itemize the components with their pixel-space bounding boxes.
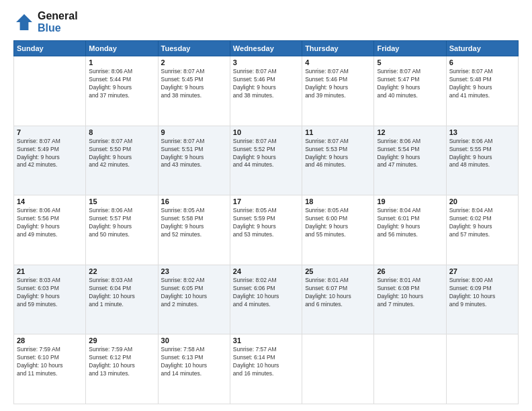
weekday-header-wednesday: Wednesday: [230, 41, 302, 56]
cell-info-text: Sunrise: 8:07 AM Sunset: 5:50 PM Dayligh…: [89, 138, 154, 170]
calendar-cell: [446, 334, 518, 404]
cell-day-number: 29: [89, 336, 154, 345]
cell-day-number: 17: [233, 197, 299, 205]
cell-info-text: Sunrise: 8:06 AM Sunset: 5:57 PM Dayligh…: [89, 207, 154, 239]
calendar-cell: [302, 334, 374, 404]
cell-day-number: 7: [17, 128, 83, 136]
cell-info-text: Sunrise: 7:57 AM Sunset: 6:14 PM Dayligh…: [233, 346, 299, 378]
cell-info-text: Sunrise: 8:01 AM Sunset: 6:08 PM Dayligh…: [377, 277, 443, 309]
cell-info-text: Sunrise: 8:07 AM Sunset: 5:45 PM Dayligh…: [161, 68, 227, 100]
calendar-week-3: 14Sunrise: 8:06 AM Sunset: 5:56 PM Dayli…: [14, 195, 519, 265]
calendar-cell: [374, 334, 446, 404]
cell-day-number: 9: [161, 128, 227, 136]
cell-info-text: Sunrise: 8:04 AM Sunset: 6:02 PM Dayligh…: [449, 207, 515, 239]
calendar-cell: 7Sunrise: 8:07 AM Sunset: 5:49 PM Daylig…: [14, 126, 86, 195]
cell-day-number: 28: [17, 336, 83, 345]
calendar-cell: 15Sunrise: 8:06 AM Sunset: 5:57 PM Dayli…: [86, 195, 158, 265]
calendar-cell: 27Sunrise: 8:00 AM Sunset: 6:09 PM Dayli…: [446, 265, 518, 334]
cell-day-number: 3: [233, 58, 299, 66]
cell-info-text: Sunrise: 8:07 AM Sunset: 5:46 PM Dayligh…: [305, 68, 371, 100]
cell-day-number: 16: [161, 197, 227, 205]
cell-info-text: Sunrise: 8:07 AM Sunset: 5:49 PM Dayligh…: [17, 138, 83, 170]
cell-info-text: Sunrise: 8:07 AM Sunset: 5:46 PM Dayligh…: [233, 68, 299, 100]
calendar-cell: 23Sunrise: 8:02 AM Sunset: 6:05 PM Dayli…: [158, 265, 230, 334]
calendar-cell: 29Sunrise: 7:59 AM Sunset: 6:12 PM Dayli…: [86, 334, 158, 404]
calendar-cell: 3Sunrise: 8:07 AM Sunset: 5:46 PM Daylig…: [230, 56, 302, 126]
cell-info-text: Sunrise: 8:00 AM Sunset: 6:09 PM Dayligh…: [449, 277, 515, 309]
logo-line2: Blue: [38, 22, 78, 34]
calendar-cell: 10Sunrise: 8:07 AM Sunset: 5:52 PM Dayli…: [230, 126, 302, 195]
calendar-cell: 19Sunrise: 8:04 AM Sunset: 6:01 PM Dayli…: [374, 195, 446, 265]
calendar-cell: 28Sunrise: 7:59 AM Sunset: 6:10 PM Dayli…: [14, 334, 86, 404]
cell-day-number: 5: [377, 58, 443, 66]
cell-day-number: 31: [233, 336, 299, 345]
cell-day-number: 13: [449, 128, 515, 136]
cell-day-number: 18: [305, 197, 371, 205]
header: General Blue: [13, 10, 519, 34]
calendar-cell: 30Sunrise: 7:58 AM Sunset: 6:13 PM Dayli…: [158, 334, 230, 404]
cell-day-number: 30: [161, 336, 227, 345]
calendar-cell: [14, 56, 86, 126]
cell-day-number: 22: [89, 267, 154, 275]
calendar-cell: 8Sunrise: 8:07 AM Sunset: 5:50 PM Daylig…: [86, 126, 158, 195]
cell-info-text: Sunrise: 8:07 AM Sunset: 5:52 PM Dayligh…: [233, 138, 299, 170]
cell-info-text: Sunrise: 8:06 AM Sunset: 5:44 PM Dayligh…: [89, 68, 154, 100]
calendar-week-4: 21Sunrise: 8:03 AM Sunset: 6:03 PM Dayli…: [14, 265, 519, 334]
cell-info-text: Sunrise: 8:04 AM Sunset: 6:01 PM Dayligh…: [377, 207, 443, 239]
cell-day-number: 15: [89, 197, 154, 205]
cell-day-number: 8: [89, 128, 154, 136]
cell-day-number: 24: [233, 267, 299, 275]
calendar-cell: 13Sunrise: 8:06 AM Sunset: 5:55 PM Dayli…: [446, 126, 518, 195]
calendar-cell: 4Sunrise: 8:07 AM Sunset: 5:46 PM Daylig…: [302, 56, 374, 126]
calendar-cell: 21Sunrise: 8:03 AM Sunset: 6:03 PM Dayli…: [14, 265, 86, 334]
cell-info-text: Sunrise: 8:07 AM Sunset: 5:53 PM Dayligh…: [305, 138, 371, 170]
weekday-header-saturday: Saturday: [446, 41, 518, 56]
cell-info-text: Sunrise: 8:06 AM Sunset: 5:55 PM Dayligh…: [449, 138, 515, 170]
calendar-cell: 2Sunrise: 8:07 AM Sunset: 5:45 PM Daylig…: [158, 56, 230, 126]
calendar-cell: 1Sunrise: 8:06 AM Sunset: 5:44 PM Daylig…: [86, 56, 158, 126]
cell-day-number: 26: [377, 267, 443, 275]
calendar-week-1: 1Sunrise: 8:06 AM Sunset: 5:44 PM Daylig…: [14, 56, 519, 126]
cell-day-number: 27: [449, 267, 515, 275]
cell-info-text: Sunrise: 8:07 AM Sunset: 5:47 PM Dayligh…: [377, 68, 443, 100]
weekday-header-tuesday: Tuesday: [158, 41, 230, 56]
cell-day-number: 4: [305, 58, 371, 66]
cell-info-text: Sunrise: 8:03 AM Sunset: 6:03 PM Dayligh…: [17, 277, 83, 309]
cell-day-number: 12: [377, 128, 443, 136]
calendar-cell: 31Sunrise: 7:57 AM Sunset: 6:14 PM Dayli…: [230, 334, 302, 404]
calendar-cell: 16Sunrise: 8:05 AM Sunset: 5:58 PM Dayli…: [158, 195, 230, 265]
weekday-header-sunday: Sunday: [14, 41, 86, 56]
calendar-cell: 6Sunrise: 8:07 AM Sunset: 5:48 PM Daylig…: [446, 56, 518, 126]
calendar-week-2: 7Sunrise: 8:07 AM Sunset: 5:49 PM Daylig…: [14, 126, 519, 195]
calendar-cell: 22Sunrise: 8:03 AM Sunset: 6:04 PM Dayli…: [86, 265, 158, 334]
cell-day-number: 2: [161, 58, 227, 66]
cell-info-text: Sunrise: 8:07 AM Sunset: 5:51 PM Dayligh…: [161, 138, 227, 170]
cell-info-text: Sunrise: 8:05 AM Sunset: 5:58 PM Dayligh…: [161, 207, 227, 239]
cell-day-number: 1: [89, 58, 154, 66]
calendar-cell: 14Sunrise: 8:06 AM Sunset: 5:56 PM Dayli…: [14, 195, 86, 265]
cell-day-number: 10: [233, 128, 299, 136]
cell-info-text: Sunrise: 7:59 AM Sunset: 6:12 PM Dayligh…: [89, 346, 154, 378]
logo-icon: [13, 11, 35, 33]
cell-day-number: 14: [17, 197, 83, 205]
cell-info-text: Sunrise: 8:05 AM Sunset: 6:00 PM Dayligh…: [305, 207, 371, 239]
calendar-table: SundayMondayTuesdayWednesdayThursdayFrid…: [13, 40, 519, 404]
calendar-cell: 9Sunrise: 8:07 AM Sunset: 5:51 PM Daylig…: [158, 126, 230, 195]
logo-line1: General: [38, 10, 78, 22]
cell-day-number: 20: [449, 197, 515, 205]
weekday-header-monday: Monday: [86, 41, 158, 56]
cell-info-text: Sunrise: 8:06 AM Sunset: 5:54 PM Dayligh…: [377, 138, 443, 170]
cell-day-number: 19: [377, 197, 443, 205]
page: General Blue SundayMondayTuesdayWednesda…: [0, 0, 532, 411]
weekday-header-thursday: Thursday: [302, 41, 374, 56]
calendar-cell: 25Sunrise: 8:01 AM Sunset: 6:07 PM Dayli…: [302, 265, 374, 334]
svg-marker-0: [16, 14, 32, 30]
logo: General Blue: [13, 10, 78, 34]
weekday-header-friday: Friday: [374, 41, 446, 56]
cell-day-number: 21: [17, 267, 83, 275]
cell-day-number: 6: [449, 58, 515, 66]
cell-info-text: Sunrise: 8:07 AM Sunset: 5:48 PM Dayligh…: [449, 68, 515, 100]
cell-info-text: Sunrise: 7:59 AM Sunset: 6:10 PM Dayligh…: [17, 346, 83, 378]
calendar-cell: 12Sunrise: 8:06 AM Sunset: 5:54 PM Dayli…: [374, 126, 446, 195]
calendar-cell: 5Sunrise: 8:07 AM Sunset: 5:47 PM Daylig…: [374, 56, 446, 126]
